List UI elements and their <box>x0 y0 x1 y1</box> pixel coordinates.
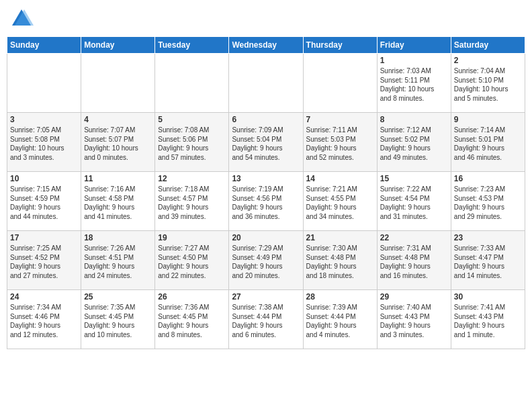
calendar-cell: 15Sunrise: 7:22 AMSunset: 4:54 PMDayligh… <box>377 172 451 231</box>
day-info: Sunrise: 7:25 AMSunset: 4:52 PMDaylight:… <box>10 244 78 280</box>
calendar-week-2: 3Sunrise: 7:05 AMSunset: 5:08 PMDaylight… <box>7 113 525 172</box>
page-header <box>7 7 525 31</box>
calendar-cell: 4Sunrise: 7:07 AMSunset: 5:07 PMDaylight… <box>81 113 155 172</box>
day-number: 20 <box>232 233 300 242</box>
day-header-thursday: Thursday <box>303 37 377 54</box>
day-number: 2 <box>454 56 522 65</box>
calendar-cell: 5Sunrise: 7:08 AMSunset: 5:06 PMDaylight… <box>155 113 229 172</box>
calendar-week-5: 24Sunrise: 7:34 AMSunset: 4:46 PMDayligh… <box>7 290 525 349</box>
day-header-sunday: Sunday <box>7 37 81 54</box>
logo-icon <box>9 7 34 31</box>
day-number: 28 <box>306 292 374 302</box>
calendar-header-row: SundayMondayTuesdayWednesdayThursdayFrid… <box>7 37 525 54</box>
day-number: 13 <box>232 174 300 183</box>
day-number: 7 <box>306 115 374 124</box>
calendar-cell: 27Sunrise: 7:38 AMSunset: 4:44 PMDayligh… <box>229 290 303 349</box>
calendar-week-4: 17Sunrise: 7:25 AMSunset: 4:52 PMDayligh… <box>7 231 525 290</box>
day-info: Sunrise: 7:39 AMSunset: 4:44 PMDaylight:… <box>306 303 374 339</box>
calendar-cell: 28Sunrise: 7:39 AMSunset: 4:44 PMDayligh… <box>303 290 377 349</box>
day-number: 22 <box>380 233 448 242</box>
day-header-monday: Monday <box>81 37 155 54</box>
day-number: 4 <box>84 115 152 124</box>
day-number: 14 <box>306 174 374 183</box>
day-info: Sunrise: 7:12 AMSunset: 5:02 PMDaylight:… <box>380 126 448 162</box>
day-number: 3 <box>10 115 78 124</box>
calendar-cell: 17Sunrise: 7:25 AMSunset: 4:52 PMDayligh… <box>7 231 81 290</box>
day-number: 6 <box>232 115 300 124</box>
day-info: Sunrise: 7:29 AMSunset: 4:49 PMDaylight:… <box>232 244 300 280</box>
calendar-cell: 18Sunrise: 7:26 AMSunset: 4:51 PMDayligh… <box>81 231 155 290</box>
calendar-cell <box>229 54 303 113</box>
day-number: 19 <box>158 233 226 242</box>
day-info: Sunrise: 7:22 AMSunset: 4:54 PMDaylight:… <box>380 185 448 221</box>
calendar-cell: 1Sunrise: 7:03 AMSunset: 5:11 PMDaylight… <box>377 54 451 113</box>
day-number: 25 <box>84 292 152 302</box>
calendar-cell: 22Sunrise: 7:31 AMSunset: 4:48 PMDayligh… <box>377 231 451 290</box>
day-info: Sunrise: 7:14 AMSunset: 5:01 PMDaylight:… <box>454 126 522 162</box>
calendar-week-3: 10Sunrise: 7:15 AMSunset: 4:59 PMDayligh… <box>7 172 525 231</box>
day-number: 1 <box>380 56 448 65</box>
calendar-week-1: 1Sunrise: 7:03 AMSunset: 5:11 PMDaylight… <box>7 54 525 113</box>
logo <box>9 7 36 31</box>
day-number: 16 <box>454 174 522 183</box>
day-number: 12 <box>158 174 226 183</box>
calendar-cell: 7Sunrise: 7:11 AMSunset: 5:03 PMDaylight… <box>303 113 377 172</box>
calendar-cell: 29Sunrise: 7:40 AMSunset: 4:43 PMDayligh… <box>377 290 451 349</box>
day-info: Sunrise: 7:09 AMSunset: 5:04 PMDaylight:… <box>232 126 300 162</box>
calendar-cell: 3Sunrise: 7:05 AMSunset: 5:08 PMDaylight… <box>7 113 81 172</box>
calendar-cell: 23Sunrise: 7:33 AMSunset: 4:47 PMDayligh… <box>451 231 525 290</box>
calendar-cell: 21Sunrise: 7:30 AMSunset: 4:48 PMDayligh… <box>303 231 377 290</box>
calendar-cell: 10Sunrise: 7:15 AMSunset: 4:59 PMDayligh… <box>7 172 81 231</box>
day-info: Sunrise: 7:40 AMSunset: 4:43 PMDaylight:… <box>380 303 448 339</box>
day-header-tuesday: Tuesday <box>155 37 229 54</box>
day-info: Sunrise: 7:36 AMSunset: 4:45 PMDaylight:… <box>158 303 226 339</box>
calendar-cell: 26Sunrise: 7:36 AMSunset: 4:45 PMDayligh… <box>155 290 229 349</box>
day-info: Sunrise: 7:31 AMSunset: 4:48 PMDaylight:… <box>380 244 448 280</box>
day-info: Sunrise: 7:08 AMSunset: 5:06 PMDaylight:… <box>158 126 226 162</box>
calendar-cell <box>155 54 229 113</box>
calendar-cell <box>303 54 377 113</box>
calendar-cell: 16Sunrise: 7:23 AMSunset: 4:53 PMDayligh… <box>451 172 525 231</box>
calendar-cell <box>7 54 81 113</box>
day-number: 23 <box>454 233 522 242</box>
day-number: 10 <box>10 174 78 183</box>
day-number: 5 <box>158 115 226 124</box>
day-info: Sunrise: 7:26 AMSunset: 4:51 PMDaylight:… <box>84 244 152 280</box>
calendar-cell: 9Sunrise: 7:14 AMSunset: 5:01 PMDaylight… <box>451 113 525 172</box>
calendar-cell <box>81 54 155 113</box>
day-info: Sunrise: 7:15 AMSunset: 4:59 PMDaylight:… <box>10 185 78 221</box>
day-number: 15 <box>380 174 448 183</box>
day-info: Sunrise: 7:05 AMSunset: 5:08 PMDaylight:… <box>10 126 78 162</box>
calendar-cell: 8Sunrise: 7:12 AMSunset: 5:02 PMDaylight… <box>377 113 451 172</box>
day-number: 11 <box>84 174 152 183</box>
day-info: Sunrise: 7:16 AMSunset: 4:58 PMDaylight:… <box>84 185 152 221</box>
day-number: 30 <box>454 292 522 302</box>
day-info: Sunrise: 7:34 AMSunset: 4:46 PMDaylight:… <box>10 303 78 339</box>
day-number: 21 <box>306 233 374 242</box>
calendar-cell: 14Sunrise: 7:21 AMSunset: 4:55 PMDayligh… <box>303 172 377 231</box>
calendar-cell: 30Sunrise: 7:41 AMSunset: 4:43 PMDayligh… <box>451 290 525 349</box>
calendar-cell: 13Sunrise: 7:19 AMSunset: 4:56 PMDayligh… <box>229 172 303 231</box>
day-info: Sunrise: 7:18 AMSunset: 4:57 PMDaylight:… <box>158 185 226 221</box>
calendar-cell: 6Sunrise: 7:09 AMSunset: 5:04 PMDaylight… <box>229 113 303 172</box>
calendar-cell: 25Sunrise: 7:35 AMSunset: 4:45 PMDayligh… <box>81 290 155 349</box>
day-number: 29 <box>380 292 448 302</box>
day-info: Sunrise: 7:19 AMSunset: 4:56 PMDaylight:… <box>232 185 300 221</box>
day-info: Sunrise: 7:35 AMSunset: 4:45 PMDaylight:… <box>84 303 152 339</box>
day-number: 17 <box>10 233 78 242</box>
day-number: 9 <box>454 115 522 124</box>
day-header-wednesday: Wednesday <box>229 37 303 54</box>
day-info: Sunrise: 7:03 AMSunset: 5:11 PMDaylight:… <box>380 66 448 103</box>
day-info: Sunrise: 7:33 AMSunset: 4:47 PMDaylight:… <box>454 244 522 280</box>
day-info: Sunrise: 7:11 AMSunset: 5:03 PMDaylight:… <box>306 126 374 162</box>
day-info: Sunrise: 7:38 AMSunset: 4:44 PMDaylight:… <box>232 303 300 339</box>
day-info: Sunrise: 7:07 AMSunset: 5:07 PMDaylight:… <box>84 126 152 162</box>
day-number: 18 <box>84 233 152 242</box>
calendar-table: SundayMondayTuesdayWednesdayThursdayFrid… <box>7 36 525 349</box>
day-info: Sunrise: 7:30 AMSunset: 4:48 PMDaylight:… <box>306 244 374 280</box>
day-header-saturday: Saturday <box>451 37 525 54</box>
calendar-cell: 12Sunrise: 7:18 AMSunset: 4:57 PMDayligh… <box>155 172 229 231</box>
day-info: Sunrise: 7:04 AMSunset: 5:10 PMDaylight:… <box>454 66 522 103</box>
calendar-cell: 19Sunrise: 7:27 AMSunset: 4:50 PMDayligh… <box>155 231 229 290</box>
calendar-cell: 2Sunrise: 7:04 AMSunset: 5:10 PMDaylight… <box>451 54 525 113</box>
